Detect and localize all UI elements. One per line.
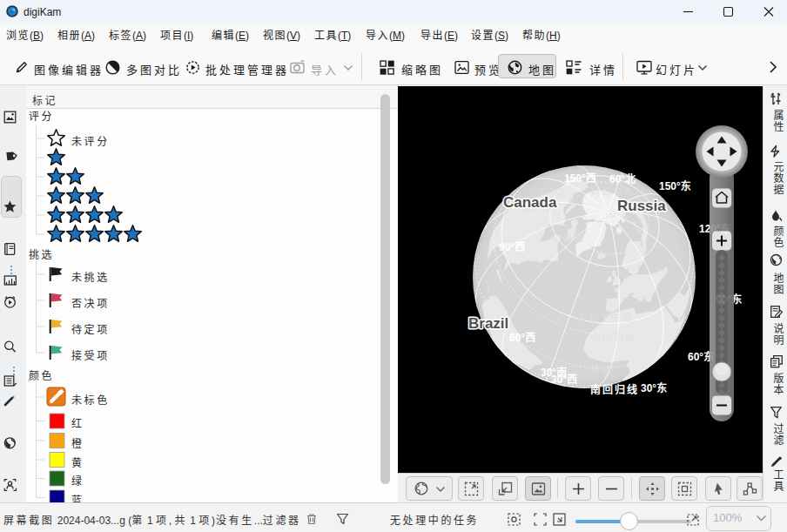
svg-text:150°东: 150°东	[659, 179, 691, 192]
svg-text:Brazil: Brazil	[468, 315, 508, 332]
svg-text:南回归线: 南回归线	[590, 383, 639, 396]
svg-text:本初子午线: 本初子午线	[577, 312, 634, 323]
svg-text:Canada: Canada	[503, 194, 557, 211]
svg-text:150°西: 150°西	[564, 172, 596, 185]
svg-text:60°西: 60°西	[509, 332, 535, 344]
svg-text:北极圈: 北极圈	[551, 232, 585, 243]
svg-text:对向子午线: 对向子午线	[590, 186, 647, 198]
svg-text:30°西: 30°西	[551, 374, 577, 386]
svg-text:北回归线: 北回归线	[591, 331, 636, 342]
svg-text:赤道: 赤道	[590, 364, 613, 375]
svg-text:Russia: Russia	[617, 198, 666, 214]
svg-text:60°北: 60°北	[609, 172, 636, 185]
svg-text:30°东: 30°东	[641, 381, 667, 394]
svg-text:90°西: 90°西	[499, 241, 525, 253]
